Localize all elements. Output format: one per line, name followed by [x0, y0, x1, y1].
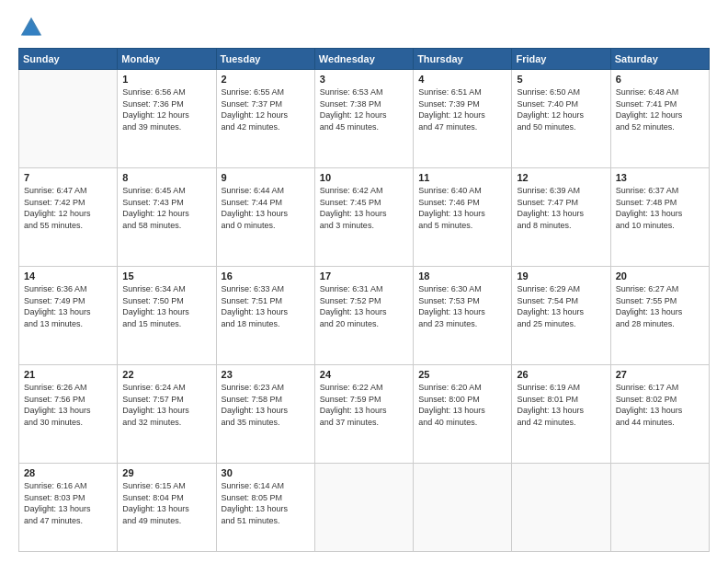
day-info: Sunrise: 6:26 AM Sunset: 7:56 PM Dayligh…	[24, 382, 112, 428]
day-number: 4	[418, 74, 506, 85]
day-info: Sunrise: 6:16 AM Sunset: 8:03 PM Dayligh…	[24, 480, 112, 526]
day-number: 11	[418, 172, 506, 183]
calendar-week-2: 7Sunrise: 6:47 AM Sunset: 7:42 PM Daylig…	[19, 168, 710, 267]
calendar-header-friday: Friday	[512, 49, 610, 70]
day-number: 13	[616, 172, 704, 183]
calendar-week-4: 21Sunrise: 6:26 AM Sunset: 7:56 PM Dayli…	[19, 365, 710, 464]
calendar-cell: 29Sunrise: 6:15 AM Sunset: 8:04 PM Dayli…	[118, 464, 216, 552]
calendar-cell: 11Sunrise: 6:40 AM Sunset: 7:46 PM Dayli…	[414, 168, 512, 267]
day-number: 9	[222, 172, 310, 183]
calendar-cell: 30Sunrise: 6:14 AM Sunset: 8:05 PM Dayli…	[216, 464, 314, 552]
day-number: 19	[517, 270, 605, 282]
day-info: Sunrise: 6:48 AM Sunset: 7:41 PM Dayligh…	[616, 86, 704, 132]
day-number: 22	[122, 369, 210, 380]
calendar-cell: 23Sunrise: 6:23 AM Sunset: 7:58 PM Dayli…	[216, 365, 314, 464]
calendar-cell: 17Sunrise: 6:31 AM Sunset: 7:52 PM Dayli…	[314, 267, 413, 365]
calendar-cell: 6Sunrise: 6:48 AM Sunset: 7:41 PM Daylig…	[610, 70, 709, 168]
calendar-cell: 4Sunrise: 6:51 AM Sunset: 7:39 PM Daylig…	[414, 70, 512, 168]
calendar-cell: 21Sunrise: 6:26 AM Sunset: 7:56 PM Dayli…	[19, 365, 118, 464]
day-info: Sunrise: 6:44 AM Sunset: 7:44 PM Dayligh…	[222, 185, 310, 231]
calendar-header-row: SundayMondayTuesdayWednesdayThursdayFrid…	[19, 49, 710, 70]
header	[18, 15, 710, 40]
day-info: Sunrise: 6:15 AM Sunset: 8:04 PM Dayligh…	[122, 480, 210, 526]
calendar-cell: 7Sunrise: 6:47 AM Sunset: 7:42 PM Daylig…	[19, 168, 118, 267]
day-info: Sunrise: 6:56 AM Sunset: 7:36 PM Dayligh…	[122, 86, 210, 132]
page: SundayMondayTuesdayWednesdayThursdayFrid…	[0, 0, 728, 563]
calendar-header-tuesday: Tuesday	[216, 49, 314, 70]
day-number: 5	[517, 74, 605, 85]
day-number: 29	[122, 467, 210, 478]
calendar-cell: 2Sunrise: 6:55 AM Sunset: 7:37 PM Daylig…	[216, 70, 314, 168]
calendar-header-sunday: Sunday	[19, 49, 118, 70]
day-info: Sunrise: 6:47 AM Sunset: 7:42 PM Dayligh…	[24, 185, 112, 231]
day-info: Sunrise: 6:53 AM Sunset: 7:38 PM Dayligh…	[320, 86, 408, 132]
day-info: Sunrise: 6:40 AM Sunset: 7:46 PM Dayligh…	[418, 185, 506, 231]
calendar-table: SundayMondayTuesdayWednesdayThursdayFrid…	[18, 48, 710, 552]
day-info: Sunrise: 6:45 AM Sunset: 7:43 PM Dayligh…	[122, 185, 210, 231]
day-number: 16	[222, 270, 310, 282]
day-info: Sunrise: 6:30 AM Sunset: 7:53 PM Dayligh…	[418, 283, 506, 329]
logo-icon	[18, 15, 44, 40]
calendar-cell: 25Sunrise: 6:20 AM Sunset: 8:00 PM Dayli…	[414, 365, 512, 464]
calendar-cell: 5Sunrise: 6:50 AM Sunset: 7:40 PM Daylig…	[512, 70, 610, 168]
day-info: Sunrise: 6:23 AM Sunset: 7:58 PM Dayligh…	[222, 382, 310, 428]
calendar-cell: 26Sunrise: 6:19 AM Sunset: 8:01 PM Dayli…	[512, 365, 610, 464]
day-number: 25	[418, 369, 506, 380]
day-number: 18	[418, 270, 506, 282]
day-number: 30	[222, 467, 310, 478]
day-number: 2	[222, 74, 310, 85]
calendar-cell	[314, 464, 413, 552]
day-info: Sunrise: 6:36 AM Sunset: 7:49 PM Dayligh…	[24, 283, 112, 329]
calendar-cell: 18Sunrise: 6:30 AM Sunset: 7:53 PM Dayli…	[414, 267, 512, 365]
day-number: 17	[320, 270, 408, 282]
day-info: Sunrise: 6:27 AM Sunset: 7:55 PM Dayligh…	[616, 283, 704, 329]
day-number: 7	[24, 172, 112, 183]
calendar-cell: 15Sunrise: 6:34 AM Sunset: 7:50 PM Dayli…	[118, 267, 216, 365]
day-info: Sunrise: 6:24 AM Sunset: 7:57 PM Dayligh…	[122, 382, 210, 428]
day-info: Sunrise: 6:37 AM Sunset: 7:48 PM Dayligh…	[616, 185, 704, 231]
day-number: 14	[24, 270, 112, 282]
day-number: 27	[616, 369, 704, 380]
day-number: 28	[24, 467, 112, 478]
day-number: 26	[517, 369, 605, 380]
day-number: 21	[24, 369, 112, 380]
calendar-cell: 10Sunrise: 6:42 AM Sunset: 7:45 PM Dayli…	[314, 168, 413, 267]
day-number: 23	[222, 369, 310, 380]
day-number: 3	[320, 74, 408, 85]
day-info: Sunrise: 6:29 AM Sunset: 7:54 PM Dayligh…	[517, 283, 605, 329]
day-info: Sunrise: 6:31 AM Sunset: 7:52 PM Dayligh…	[320, 283, 408, 329]
day-info: Sunrise: 6:22 AM Sunset: 7:59 PM Dayligh…	[320, 382, 408, 428]
calendar-cell	[414, 464, 512, 552]
calendar-cell: 9Sunrise: 6:44 AM Sunset: 7:44 PM Daylig…	[216, 168, 314, 267]
day-number: 10	[320, 172, 408, 183]
day-number: 12	[517, 172, 605, 183]
calendar-cell: 8Sunrise: 6:45 AM Sunset: 7:43 PM Daylig…	[118, 168, 216, 267]
day-info: Sunrise: 6:17 AM Sunset: 8:02 PM Dayligh…	[616, 382, 704, 428]
calendar-week-5: 28Sunrise: 6:16 AM Sunset: 8:03 PM Dayli…	[19, 464, 710, 552]
calendar-cell	[512, 464, 610, 552]
calendar-cell: 27Sunrise: 6:17 AM Sunset: 8:02 PM Dayli…	[610, 365, 709, 464]
calendar-header-monday: Monday	[118, 49, 216, 70]
day-info: Sunrise: 6:33 AM Sunset: 7:51 PM Dayligh…	[222, 283, 310, 329]
day-number: 20	[616, 270, 704, 282]
day-number: 6	[616, 74, 704, 85]
calendar-header-saturday: Saturday	[610, 49, 709, 70]
calendar-cell	[610, 464, 709, 552]
day-info: Sunrise: 6:50 AM Sunset: 7:40 PM Dayligh…	[517, 86, 605, 132]
day-number: 15	[122, 270, 210, 282]
calendar-cell: 3Sunrise: 6:53 AM Sunset: 7:38 PM Daylig…	[314, 70, 413, 168]
calendar-cell: 20Sunrise: 6:27 AM Sunset: 7:55 PM Dayli…	[610, 267, 709, 365]
calendar-cell: 24Sunrise: 6:22 AM Sunset: 7:59 PM Dayli…	[314, 365, 413, 464]
calendar-cell: 19Sunrise: 6:29 AM Sunset: 7:54 PM Dayli…	[512, 267, 610, 365]
calendar-cell: 12Sunrise: 6:39 AM Sunset: 7:47 PM Dayli…	[512, 168, 610, 267]
calendar-cell: 22Sunrise: 6:24 AM Sunset: 7:57 PM Dayli…	[118, 365, 216, 464]
calendar-header-thursday: Thursday	[414, 49, 512, 70]
day-number: 8	[122, 172, 210, 183]
calendar-cell: 28Sunrise: 6:16 AM Sunset: 8:03 PM Dayli…	[19, 464, 118, 552]
day-info: Sunrise: 6:14 AM Sunset: 8:05 PM Dayligh…	[222, 480, 310, 526]
day-info: Sunrise: 6:42 AM Sunset: 7:45 PM Dayligh…	[320, 185, 408, 231]
calendar-week-1: 1Sunrise: 6:56 AM Sunset: 7:36 PM Daylig…	[19, 70, 710, 168]
calendar-cell: 16Sunrise: 6:33 AM Sunset: 7:51 PM Dayli…	[216, 267, 314, 365]
calendar-week-3: 14Sunrise: 6:36 AM Sunset: 7:49 PM Dayli…	[19, 267, 710, 365]
day-info: Sunrise: 6:19 AM Sunset: 8:01 PM Dayligh…	[517, 382, 605, 428]
